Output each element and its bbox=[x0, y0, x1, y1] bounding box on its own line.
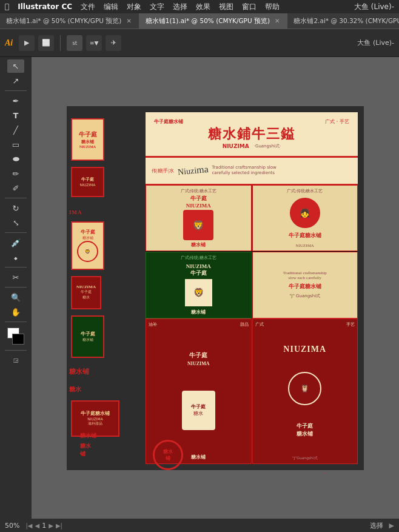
tool-separator-2 bbox=[5, 198, 27, 198]
nav-last[interactable]: ▶| bbox=[56, 522, 62, 529]
tool-separator-5 bbox=[5, 287, 27, 288]
page-number: 1 bbox=[42, 522, 46, 530]
tool-separator-7 bbox=[5, 350, 27, 351]
scale-tool[interactable]: ⤡ bbox=[7, 216, 24, 229]
menu-edit[interactable]: 编辑 bbox=[104, 2, 118, 12]
color-swatch[interactable] bbox=[6, 328, 25, 345]
app-name[interactable]: Illustrator CC bbox=[18, 2, 72, 11]
toolbar-separator bbox=[60, 35, 61, 51]
scatter-2: 牛子庭 NIUZIMA bbox=[71, 167, 104, 197]
menu-bar:  Illustrator CC 文件 编辑 对象 文字 选择 效果 视图 窗口… bbox=[0, 0, 399, 13]
scatter-6: 牛子庭 糖水铺 bbox=[71, 315, 104, 358]
left-scatter: 牛子庭 糖水铺 NIUZIMA 牛子庭 NIUZIMA IMA 牛子庭 糖水铺 … bbox=[68, 115, 141, 461]
apple-menu[interactable]:  bbox=[5, 2, 9, 11]
user-display: 大鱼 (Live)- bbox=[357, 38, 394, 47]
zoom-tool[interactable]: 🔍 bbox=[7, 291, 24, 304]
grid-cell-1: 广式|传统|糖水工艺 牛子庭NIUZIMA 🦁 糖水铺 bbox=[146, 185, 252, 252]
user-label: 大鱼 (Live)- bbox=[354, 2, 394, 12]
signature-area: 传|糖|手|水 Niuzima Traditional craftsmanshi… bbox=[146, 158, 358, 185]
menu-window[interactable]: 窗口 bbox=[242, 2, 256, 12]
line-tool[interactable]: ╱ bbox=[7, 123, 24, 136]
seal-element: 糖水铺 bbox=[153, 440, 183, 470]
tab-close-1[interactable]: ✕ bbox=[273, 18, 281, 24]
direct-select-tool[interactable]: ↗ bbox=[7, 74, 24, 87]
grid-cell-2: 广式|传统|糖水工艺 👧 牛子庭糖水铺 NIUZIMA bbox=[252, 185, 358, 252]
artboard-tool[interactable]: ◲ bbox=[7, 354, 24, 367]
nav-next[interactable]: ▶ bbox=[49, 522, 53, 529]
tab-1[interactable]: 糖水铺1(1).ai* @ 50% (CMYK/GPU 预览) ✕ bbox=[139, 13, 288, 29]
tools-panel: ↖ ↗ ✒ T ╱ ▭ ⬬ ✏ ✐ ↻ ⤡ 💉 ⬥ ✂ 🔍 ✋ ◲ bbox=[0, 57, 32, 519]
tool-separator-1 bbox=[5, 90, 27, 91]
ai-logo-toolbar: Ai bbox=[5, 38, 13, 48]
tool-separator-3 bbox=[5, 232, 27, 233]
toolbar-send[interactable]: ✈ bbox=[106, 35, 121, 51]
select-tool[interactable]: ↖ bbox=[7, 59, 24, 73]
page-nav: |◀ ◀ 1 ▶ ▶| bbox=[25, 522, 62, 530]
toolbar-shape[interactable]: ⬜ bbox=[38, 35, 54, 51]
canvas-area[interactable]: 牛子庭 糖水铺 NIUZIMA 牛子庭 NIUZIMA IMA 牛子庭 糖水铺 … bbox=[32, 57, 399, 519]
blend-tool[interactable]: ⬥ bbox=[7, 251, 24, 264]
toolbar-arrow[interactable]: ▶ bbox=[19, 35, 35, 51]
bottom-grid: 油补 甜品 牛子庭NIUZIMA 牛子庭 糖水 糖水铺 bbox=[146, 318, 358, 464]
pen-tool[interactable]: ✒ bbox=[7, 94, 24, 107]
rotate-tool[interactable]: ↻ bbox=[7, 201, 24, 215]
toolbar-top: Ai ▶ ⬜ st ≡▼ ✈ 大鱼 (Live)- bbox=[0, 29, 399, 57]
brush-tool[interactable]: ✏ bbox=[7, 167, 24, 180]
hand-tool[interactable]: ✋ bbox=[7, 305, 24, 318]
pencil-tool[interactable]: ✐ bbox=[7, 181, 24, 195]
middle-grid: 广式|传统|糖水工艺 牛子庭NIUZIMA 🦁 糖水铺 广式|传统|糖水工艺 👧 bbox=[146, 185, 358, 318]
menu-help[interactable]: 帮助 bbox=[265, 2, 280, 12]
ellipse-tool[interactable]: ⬬ bbox=[7, 152, 24, 166]
nav-prev[interactable]: ◀ bbox=[35, 522, 40, 529]
header-right: 广式・手艺 bbox=[325, 118, 349, 125]
scatter-7: 糖水铺 bbox=[69, 364, 139, 379]
tab-close-0[interactable]: ✕ bbox=[125, 18, 132, 24]
menu-object[interactable]: 对象 bbox=[127, 2, 141, 12]
menu-select[interactable]: 选择 bbox=[173, 2, 187, 12]
art-header: 牛子庭糖水铺 广式・手艺 糖水鋪牛三鎰 NIUZIMA ·Guangshi式· bbox=[146, 112, 358, 158]
nav-first[interactable]: |◀ bbox=[25, 522, 32, 529]
scissors-tool[interactable]: ✂ bbox=[7, 271, 24, 284]
header-left: 牛子庭糖水铺 bbox=[154, 118, 183, 125]
scatter-5: NIUZIMA 牛子庭 糖水 bbox=[71, 276, 101, 309]
scatter-4: 牛子庭 糖水铺 🦁 bbox=[71, 221, 104, 270]
artboard-main: 牛子庭糖水铺 广式・手艺 糖水鋪牛三鎰 NIUZIMA ·Guangshi式· … bbox=[146, 112, 358, 464]
bottom-cell-2: 广式 手艺 NIUZIMA 🦉 牛子庭糖水铺 "J"Guangshi式 bbox=[252, 318, 358, 464]
stroke-color[interactable] bbox=[12, 334, 24, 345]
scatter-3: IMA bbox=[69, 203, 136, 221]
artboard: 牛子庭 糖水铺 NIUZIMA 牛子庭 NIUZIMA IMA 牛子庭 糖水铺 … bbox=[67, 106, 364, 470]
toolbar-view-mode[interactable]: ≡▼ bbox=[86, 35, 102, 51]
arrow-right: ▶ bbox=[389, 522, 394, 530]
tool-separator-4 bbox=[5, 267, 27, 268]
tab-2[interactable]: 糖水铺2.ai* @ 30.32% (CMYK/GPU 预览) ✕ bbox=[287, 13, 399, 29]
header-en-row: NIUZIMA ·Guangshi式· bbox=[223, 143, 281, 149]
zoom-level[interactable]: 50% bbox=[5, 522, 19, 530]
menu-view[interactable]: 视图 bbox=[219, 2, 233, 12]
main-area: ↖ ↗ ✒ T ╱ ▭ ⬬ ✏ ✐ ↻ ⤡ 💉 ⬥ ✂ 🔍 ✋ ◲ bbox=[0, 57, 399, 519]
menu-effects[interactable]: 效果 bbox=[196, 2, 210, 12]
scatter-1: 牛子庭 糖水铺 NIUZIMA bbox=[71, 118, 104, 161]
select-mode-label: 选择 bbox=[370, 521, 383, 530]
main-chinese-title: 糖水鋪牛三鎰 bbox=[208, 125, 295, 143]
scatter-8: 糖水 bbox=[69, 382, 106, 397]
tool-separator-6 bbox=[5, 322, 27, 322]
tab-0[interactable]: 糖水铺1.ai* @ 50% (CMYK/GPU 预览) ✕ bbox=[0, 13, 139, 29]
status-bar: 50% |◀ ◀ 1 ▶ ▶| 选择 ▶ bbox=[0, 519, 399, 532]
rect-tool[interactable]: ▭ bbox=[7, 138, 24, 151]
eyedropper-tool[interactable]: 💉 bbox=[7, 236, 24, 249]
scatter-text-right: ··· bbox=[323, 471, 326, 476]
tab-bar: 糖水铺1.ai* @ 50% (CMYK/GPU 预览) ✕ 糖水铺1(1).a… bbox=[0, 13, 399, 29]
grid-cell-3: 广式|传统|糖水工艺 NIUZIMA牛子庭 🦁 糖水铺 bbox=[146, 252, 252, 318]
grid-cell-4: Traditional craftsmanshipslow each caref… bbox=[252, 252, 358, 318]
menu-file[interactable]: 文件 bbox=[81, 2, 95, 12]
menu-text[interactable]: 文字 bbox=[150, 2, 164, 12]
canvas-scatter-bottom: 糖水铺 糖水铺 bbox=[80, 432, 96, 458]
toolbar-st-label[interactable]: st bbox=[67, 35, 82, 51]
scatter-9: 牛子庭糖水铺 NIUZIMA 滋补甜品 bbox=[71, 400, 119, 437]
type-tool[interactable]: T bbox=[7, 109, 24, 122]
